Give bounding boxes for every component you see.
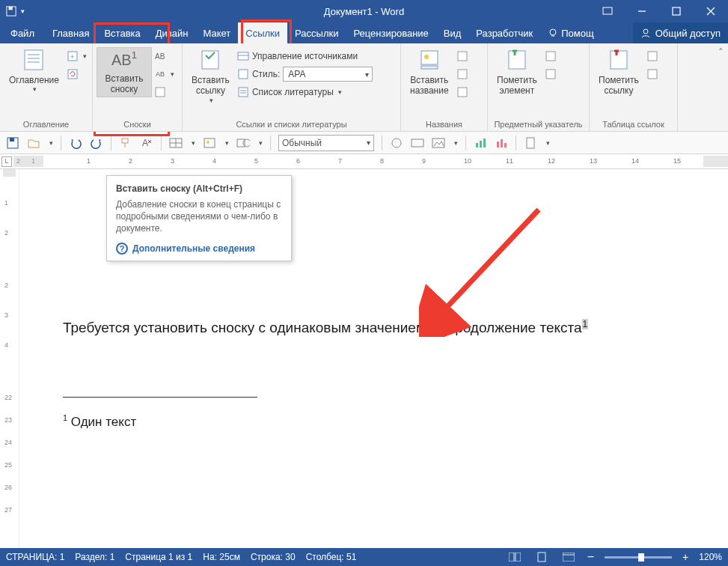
qat-dropdown-icon[interactable]: ▾ (21, 7, 25, 15)
insert-caption-button[interactable]: Вставить название (406, 46, 453, 98)
format-painter-icon[interactable] (119, 136, 132, 150)
svg-rect-61 (480, 141, 482, 147)
tab-insert[interactable]: Вставка (97, 22, 147, 43)
svg-point-54 (207, 141, 209, 144)
image-icon[interactable] (432, 136, 445, 150)
update-index-button[interactable] (545, 66, 557, 82)
tab-selector[interactable]: L (1, 156, 12, 167)
bibliography-button[interactable]: Список литературы▾ (237, 84, 373, 100)
tab-view[interactable]: Вид (436, 22, 469, 43)
ribbon-display-icon[interactable] (590, 0, 625, 22)
insert-toa-button[interactable] (646, 48, 658, 64)
save-icon[interactable] (6, 136, 19, 150)
svg-rect-30 (458, 52, 467, 61)
status-at[interactable]: На: 25см (203, 552, 240, 562)
document-body-text[interactable]: Требуется установить сноску с одинаковым… (63, 319, 588, 336)
svg-rect-27 (421, 51, 438, 64)
status-page-of[interactable]: Страница 1 из 1 (125, 552, 192, 562)
bibliography-icon (237, 86, 249, 98)
style-icon (237, 68, 249, 80)
insert-tof-button[interactable] (456, 48, 468, 64)
redo-icon[interactable] (90, 136, 103, 150)
print-layout-button[interactable] (533, 550, 550, 564)
share-button[interactable]: Общий доступ (633, 22, 728, 43)
svg-rect-63 (497, 142, 499, 147)
footnote-icon: AB1 (108, 49, 141, 70)
update-tof-button[interactable] (456, 66, 468, 82)
mark-citation-button[interactable]: Пометить ссылку (594, 46, 643, 98)
chevron-down-icon[interactable]: ▾ (49, 139, 53, 147)
tab-references[interactable]: Ссылки (238, 22, 287, 43)
web-layout-button[interactable] (560, 550, 577, 564)
insert-citation-button[interactable]: Вставить ссылку ▾ (187, 46, 234, 106)
status-col[interactable]: Столбец: 51 (306, 552, 357, 562)
clear-format-icon[interactable]: A (140, 136, 153, 150)
update-toc-button[interactable] (67, 66, 87, 82)
update-toa-button[interactable] (646, 66, 658, 82)
toc-button[interactable]: Оглавление ▾ (4, 46, 64, 95)
style-combo[interactable]: Обычный (278, 135, 374, 151)
cross-ref-button[interactable] (456, 84, 468, 100)
add-text-button[interactable]: +▾ (67, 48, 87, 64)
save-icon[interactable] (6, 6, 16, 16)
minimize-button[interactable] (625, 0, 659, 22)
footnote-text[interactable]: 1 Один текст (63, 413, 136, 430)
svg-rect-71 (563, 553, 575, 562)
tell-me[interactable]: Помощ (540, 22, 601, 43)
title-bar: ▾ Документ1 - Word (0, 0, 728, 22)
tab-review[interactable]: Рецензирование (346, 22, 435, 43)
tab-home[interactable]: Главная (45, 22, 97, 43)
read-mode-button[interactable] (507, 550, 523, 564)
status-section[interactable]: Раздел: 1 (75, 552, 114, 562)
svg-rect-1 (9, 7, 13, 10)
svg-rect-23 (239, 70, 248, 79)
zoom-slider[interactable] (605, 556, 672, 559)
citation-style-select[interactable]: APA (283, 67, 373, 82)
circle-icon[interactable] (390, 136, 403, 150)
svg-point-7 (550, 29, 556, 35)
shapes-icon[interactable] (236, 136, 250, 150)
status-line[interactable]: Строка: 30 (251, 552, 296, 562)
chart-icon[interactable] (474, 136, 487, 150)
tab-mailings[interactable]: Рассылки (287, 22, 346, 43)
chevron-down-icon: ▾ (33, 85, 37, 94)
next-footnote-button[interactable]: AB▾ (154, 66, 174, 82)
insert-index-button[interactable] (545, 48, 557, 64)
close-button[interactable] (694, 0, 728, 22)
tooltip-title: Вставить сноску (Alt+Ctrl+F) (116, 183, 282, 194)
zoom-level[interactable]: 120% (699, 552, 722, 562)
manage-sources-button[interactable]: Управление источниками (237, 48, 373, 64)
svg-point-28 (424, 55, 429, 59)
tab-file[interactable]: Файл (0, 22, 45, 43)
svg-rect-37 (546, 70, 555, 79)
horizontal-ruler[interactable]: L 21123456789101112131415 (0, 154, 728, 169)
tab-layout[interactable]: Макет (195, 22, 238, 43)
open-icon[interactable] (27, 136, 40, 150)
zoom-in-button[interactable]: + (682, 551, 688, 563)
caption-icon (417, 48, 441, 72)
maximize-button[interactable] (659, 0, 694, 22)
zoom-out-button[interactable]: − (587, 550, 594, 564)
svg-rect-64 (501, 139, 503, 147)
tooltip-more-link[interactable]: ? Дополнительные сведения (116, 243, 282, 255)
svg-rect-32 (458, 88, 467, 97)
tab-developer[interactable]: Разработчик (468, 22, 540, 43)
vertical-ruler[interactable]: 12234222324252627 (0, 169, 19, 548)
mark-entry-button[interactable]: Пометить элемент (492, 46, 542, 98)
insert-endnote-button[interactable]: AB (154, 48, 174, 64)
chevron-down-icon: ▾ (209, 97, 213, 105)
tab-design[interactable]: Дизайн (148, 22, 196, 43)
page-icon[interactable] (524, 136, 537, 150)
svg-rect-19 (156, 88, 165, 97)
svg-rect-4 (673, 7, 680, 15)
status-page[interactable]: СТРАНИЦА: 1 (6, 552, 64, 562)
chart2-icon[interactable] (495, 136, 508, 150)
table-icon[interactable] (169, 136, 183, 150)
show-notes-button[interactable] (154, 84, 174, 100)
collapse-ribbon-button[interactable]: ˄ (718, 46, 724, 58)
rect-icon[interactable] (411, 136, 424, 150)
insert-footnote-button[interactable]: AB1 Вставить сноску (97, 48, 151, 97)
picture-icon[interactable] (203, 136, 216, 150)
undo-icon[interactable] (69, 136, 82, 150)
add-text-icon: + (67, 50, 79, 62)
